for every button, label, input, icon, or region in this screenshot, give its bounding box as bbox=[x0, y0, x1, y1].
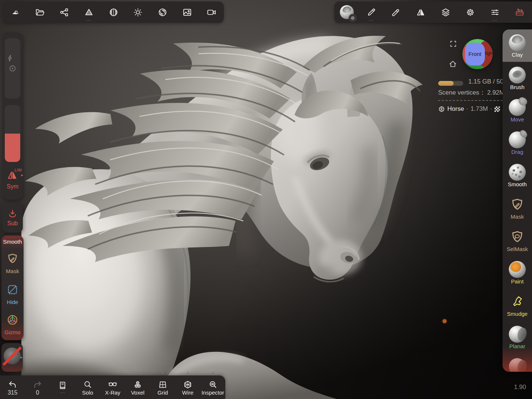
bottom-item-inspector[interactable]: Inspector▲ bbox=[200, 375, 225, 399]
popup-caret-icon: ▲ bbox=[186, 371, 190, 374]
sub-mode-button[interactable]: Sub bbox=[2, 202, 23, 233]
sub-icon bbox=[7, 209, 18, 219]
tool-item-move[interactable]: Move bbox=[503, 94, 532, 127]
camera-button[interactable] bbox=[199, 1, 224, 23]
falloff-off-button[interactable]: ▸ bbox=[1, 343, 23, 372]
camera-icon bbox=[207, 7, 216, 17]
nomad-logo-button[interactable] bbox=[3, 1, 28, 23]
tool-label: Mask bbox=[511, 213, 524, 220]
mask-tool-icon bbox=[509, 196, 526, 213]
stroke-button[interactable]: ··· bbox=[359, 1, 384, 23]
bottom-item-inspector-label: Inspector bbox=[201, 389, 224, 396]
postprocess-button[interactable] bbox=[150, 1, 175, 23]
bottom-item-solo[interactable]: Solo bbox=[75, 375, 100, 399]
quick-tool-hide[interactable]: Hide bbox=[1, 299, 24, 305]
scene-graph-icon bbox=[59, 7, 69, 17]
quick-tool-smooth[interactable]: Smooth bbox=[1, 239, 24, 245]
symmetry-expand-arrow[interactable]: ▸ bbox=[21, 173, 23, 177]
quick-tool-mask[interactable]: Mask bbox=[1, 268, 24, 274]
tool-label: Smooth bbox=[508, 181, 527, 187]
files-button[interactable] bbox=[28, 1, 52, 23]
tool-label: Clay bbox=[512, 52, 523, 58]
tool-item-selmask[interactable]: SelMask bbox=[503, 224, 532, 256]
bottom-item-grid-icon bbox=[158, 380, 168, 389]
topology-button[interactable]: ··· bbox=[77, 1, 101, 23]
tool-item-brush[interactable]: Brush bbox=[503, 62, 532, 94]
fullscreen-icon[interactable] bbox=[449, 40, 457, 48]
tool-item-flatten-partial[interactable] bbox=[503, 353, 532, 372]
quick-tools-panel: SmoothMaskHideGizmo bbox=[1, 236, 24, 340]
notes-button-icon bbox=[58, 381, 67, 390]
memory-usage-text: 1.15 GB / 506 MB bbox=[468, 78, 503, 85]
memory-usage-bar bbox=[438, 81, 463, 86]
bottom-item-voxel-label: Voxel bbox=[131, 389, 145, 396]
smooth-tool-icon bbox=[509, 164, 526, 181]
tool-item-smudge[interactable]: Smudge bbox=[503, 289, 532, 321]
symmetry-button[interactable] bbox=[408, 1, 433, 23]
tool-item-paint[interactable]: Paint bbox=[503, 256, 532, 289]
intensity-slider[interactable] bbox=[5, 105, 20, 162]
background-icon bbox=[182, 7, 192, 17]
bottom-item-wire-icon bbox=[183, 380, 193, 389]
paint-tool-icon bbox=[509, 261, 526, 278]
material-gear-badge[interactable] bbox=[349, 14, 357, 22]
mask-icon bbox=[6, 253, 19, 265]
bottom-item-grid[interactable]: Grid▲ bbox=[150, 375, 175, 399]
home-view-icon[interactable] bbox=[448, 60, 457, 68]
notes-button-label: ··· bbox=[60, 390, 65, 395]
tool-item-mask[interactable]: Mask bbox=[503, 191, 532, 224]
nav-front-face[interactable]: Front bbox=[465, 43, 485, 66]
sub-label: Sub bbox=[7, 220, 18, 227]
mesh-sphere-icon bbox=[438, 106, 445, 113]
layers-button[interactable] bbox=[433, 1, 458, 23]
tool-item-drag[interactable]: Drag bbox=[503, 127, 532, 159]
bottom-item-wire[interactable]: Wire▲ bbox=[175, 375, 200, 399]
symmetry-label[interactable]: Sym bbox=[2, 183, 23, 190]
gizmo-icon bbox=[6, 314, 19, 326]
object-vertex-count: 1.73M bbox=[471, 105, 488, 113]
undo-button-icon bbox=[8, 380, 17, 389]
quick-tool-gizmo[interactable]: Gizmo bbox=[1, 329, 24, 335]
falloff-expand-arrow[interactable]: ▸ bbox=[20, 355, 22, 360]
bottom-toolbar: 3150···SoloX-Ray▲Voxel▲Grid▲Wire▲Inspect… bbox=[0, 375, 225, 399]
painting-icon bbox=[391, 7, 401, 17]
tool-item-clay[interactable]: Clay bbox=[503, 29, 532, 62]
clay-notch bbox=[342, 6, 352, 14]
scene-object-row[interactable]: Horse · 1.73M · bbox=[438, 105, 500, 113]
scene-graph-button[interactable] bbox=[52, 1, 77, 23]
scene-vertices: Scene vertices： 2.92M bbox=[438, 88, 504, 97]
stroke-start-dot bbox=[443, 319, 447, 323]
bottom-item-x-ray[interactable]: X-Ray▲ bbox=[100, 375, 125, 399]
painting-button[interactable] bbox=[384, 1, 408, 23]
topology-icon bbox=[84, 7, 94, 17]
lighting-icon bbox=[133, 7, 143, 17]
notes-button[interactable]: ··· bbox=[50, 375, 75, 399]
intensity-fill bbox=[5, 134, 20, 162]
undo-button-label: 315 bbox=[8, 389, 18, 396]
bottom-item-voxel[interactable]: Voxel▲ bbox=[125, 375, 150, 399]
material-button[interactable] bbox=[101, 1, 126, 23]
scene-vertices-value: 2.92M bbox=[487, 89, 504, 96]
popup-caret-icon: ▲ bbox=[211, 371, 215, 374]
interface-button[interactable]: ··· bbox=[483, 1, 507, 23]
redo-button-icon bbox=[33, 380, 42, 389]
tool-item-planar[interactable]: Planar bbox=[503, 321, 532, 353]
more-options-dots: ··· bbox=[483, 19, 507, 22]
popup-caret-icon: ▲ bbox=[136, 371, 140, 374]
active-material-button[interactable] bbox=[334, 1, 359, 23]
redo-button[interactable]: 0 bbox=[25, 375, 50, 399]
debug-tools-button[interactable] bbox=[507, 1, 532, 23]
planar-tool-icon bbox=[509, 326, 526, 343]
top-left-toolbar: ··· bbox=[3, 1, 224, 23]
lighting-button[interactable] bbox=[126, 1, 150, 23]
symmetry-icon[interactable] bbox=[6, 169, 18, 181]
undo-button[interactable]: 315 bbox=[0, 375, 25, 399]
nomad-logo-icon bbox=[10, 7, 20, 17]
tool-item-smooth[interactable]: Smooth bbox=[503, 159, 532, 191]
background-button[interactable] bbox=[175, 1, 200, 23]
settings-button[interactable] bbox=[458, 1, 483, 23]
tool-label: Smudge bbox=[507, 311, 528, 317]
move-tool-icon bbox=[509, 99, 526, 116]
nav-orientation-ball[interactable]: Right Front bbox=[462, 39, 493, 69]
radius-slider[interactable] bbox=[5, 38, 20, 99]
